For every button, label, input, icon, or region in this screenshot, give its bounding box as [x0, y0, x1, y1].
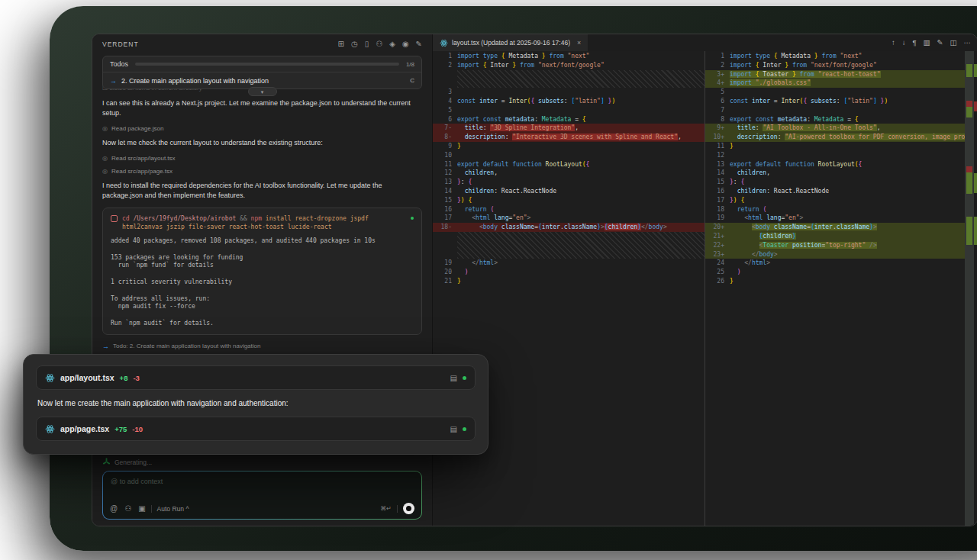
- tool-call-row[interactable]: ◎Read package.json: [102, 125, 422, 132]
- code-line[interactable]: 21}: [433, 277, 705, 286]
- code-line[interactable]: 7: [705, 106, 977, 115]
- overview-ruler[interactable]: [965, 51, 974, 526]
- assistant-header-icons: ⊞◷▯⚇◈◉✎: [338, 40, 422, 48]
- read-tool-icon: ◎: [102, 155, 108, 162]
- todos-progress-bar: [135, 63, 399, 66]
- code-line[interactable]: 22+ <Toaster position="top-right" />: [705, 241, 977, 250]
- tool-call-row[interactable]: ◎Read src/app/layout.tsx: [102, 155, 422, 162]
- code-line[interactable]: 18 return (: [705, 205, 977, 214]
- code-line[interactable]: 14 children: React.ReactNode: [433, 187, 705, 196]
- current-todo-label: 2. Create main application layout with n…: [121, 77, 405, 85]
- todo-reference-row[interactable]: →Todo: 2. Create main application layout…: [102, 343, 422, 350]
- open-file-icon[interactable]: ▤: [450, 374, 457, 382]
- code-line[interactable]: 13}: {: [433, 178, 705, 187]
- stop-button[interactable]: [403, 503, 414, 514]
- composer: Generating... @ to add context @⚇▣ Auto …: [102, 458, 422, 520]
- stop-icon: [406, 506, 411, 511]
- code-line[interactable]: 2import { Inter } from "next/font/google…: [433, 61, 705, 70]
- code-line[interactable]: 8export const metadata: Metadata = {: [705, 115, 977, 124]
- code-line[interactable]: 17 <html lang="en">: [433, 214, 705, 223]
- code-line[interactable]: 14 children,: [705, 169, 977, 178]
- open-preview-icon[interactable]: ▥: [924, 39, 930, 47]
- diff-modified-pane[interactable]: 1import type { Metadata } from "next"2im…: [705, 51, 977, 526]
- code-line[interactable]: 11}: [705, 142, 977, 151]
- toggle-whitespace-icon[interactable]: ¶: [912, 39, 916, 47]
- code-line[interactable]: 6export const metadata: Metadata = {: [433, 115, 705, 124]
- robot-icon[interactable]: ⚇: [376, 40, 382, 48]
- code-line[interactable]: 16 children: React.ReactNode: [705, 187, 977, 196]
- terminal-icon: [111, 215, 118, 222]
- next-change-icon[interactable]: ↓: [902, 39, 906, 47]
- line-number: 6: [433, 115, 457, 124]
- layers-icon[interactable]: ◈: [389, 40, 395, 48]
- file-chip-layout[interactable]: app/layout.tsx +8 -3 ▤: [36, 365, 476, 390]
- code-line[interactable]: 1import type { Metadata } from "next": [433, 52, 705, 61]
- line-number: 12: [705, 151, 730, 160]
- panel-layout-icon[interactable]: ▯: [365, 40, 369, 48]
- split-editor-icon[interactable]: ◫: [950, 39, 957, 47]
- diff-added-mark: [966, 64, 972, 77]
- code-line[interactable]: 26}: [705, 277, 977, 286]
- code-line[interactable]: 24 </html>: [705, 259, 977, 268]
- code-line[interactable]: 13export default function RootLayout({: [705, 160, 977, 169]
- code-line[interactable]: 21+ {children}: [705, 232, 977, 241]
- chat-input[interactable]: @ to add context @⚇▣ Auto Run ^ ⌘↵: [103, 471, 421, 519]
- code-line[interactable]: 3+import { Toaster } from "react-hot-toa…: [705, 70, 977, 79]
- code-line[interactable]: 5: [433, 106, 705, 115]
- line-number: 26: [705, 277, 730, 286]
- composer-controls: @⚇▣ Auto Run ^ ⌘↵: [110, 503, 414, 514]
- code-line[interactable]: 15}) {: [433, 196, 705, 205]
- code-line[interactable]: 1import type { Metadata } from "next": [705, 52, 977, 61]
- account-icon[interactable]: ◉: [402, 40, 409, 48]
- robot-icon[interactable]: ⚇: [124, 505, 131, 513]
- edit-icon[interactable]: ✎: [937, 39, 943, 47]
- lines-removed: -3: [133, 374, 139, 382]
- terminal-block[interactable]: cd /Users/19fyd/Desktop/airobot && npm i…: [102, 208, 422, 335]
- auto-run-selector[interactable]: Auto Run ^: [157, 505, 189, 513]
- code-line[interactable]: 8- description: "Interactive 3D scenes w…: [433, 133, 705, 142]
- code-line[interactable]: 19 <html lang="en">: [705, 214, 977, 223]
- code-line[interactable]: 10: [433, 151, 705, 160]
- mention-icon[interactable]: @: [110, 505, 118, 513]
- code-line[interactable]: 11export default function RootLayout({: [433, 160, 705, 169]
- code-line[interactable]: 9+ title: "AI Toolbox - All-in-One Tools…: [705, 124, 977, 133]
- file-chip-page[interactable]: app/page.tsx +75 -10 ▤: [36, 417, 476, 441]
- line-number: 9+: [705, 124, 730, 133]
- feedback-icon[interactable]: ✎: [416, 40, 422, 48]
- code-line[interactable]: 16 return (: [433, 205, 705, 214]
- code-line[interactable]: 12: [705, 151, 977, 160]
- code-line[interactable]: 25 ): [705, 268, 977, 277]
- code-line[interactable]: 23+ </body>: [705, 250, 977, 259]
- previous-change-icon[interactable]: ↑: [892, 39, 895, 47]
- code-line[interactable]: 17}) {: [705, 196, 977, 205]
- more-actions-icon[interactable]: ⋯: [964, 39, 972, 47]
- current-todo-row[interactable]: → 2. Create main application layout with…: [103, 72, 421, 89]
- code-line[interactable]: 7- title: "3D Spline Integration",: [433, 124, 705, 133]
- code-line[interactable]: 12 children,: [433, 169, 705, 178]
- code-line[interactable]: 20 ): [433, 268, 705, 277]
- code-line[interactable]: 5: [705, 88, 977, 97]
- code-line[interactable]: 2import { Inter } from "next/font/google…: [705, 61, 977, 70]
- code-line[interactable]: 18- <body className={inter.className}>{c…: [433, 223, 705, 232]
- code-line[interactable]: 20+ <body className={inter.className}>: [705, 223, 977, 232]
- code-line[interactable]: 3: [433, 88, 705, 97]
- collapse-pill-button[interactable]: ▾: [248, 87, 277, 96]
- open-file-icon[interactable]: ▤: [450, 425, 457, 433]
- tool-call-row[interactable]: ◎Read src/app/page.tsx: [102, 168, 422, 175]
- code-line[interactable]: 6const inter = Inter({ subsets: ["latin"…: [705, 97, 977, 106]
- assistant-header: VERDENT ⊞◷▯⚇◈◉✎: [92, 34, 432, 54]
- code-line[interactable]: 10+ description: "AI-powered toolbox for…: [705, 133, 977, 142]
- code-line[interactable]: 15}: {: [705, 178, 977, 187]
- code-line[interactable]: 19 </html>: [433, 259, 705, 268]
- close-icon[interactable]: ×: [577, 39, 581, 47]
- code-line[interactable]: 4+import "./globals.css": [705, 79, 977, 88]
- code-line[interactable]: 9}: [433, 142, 705, 151]
- new-chat-icon[interactable]: ⊞: [338, 40, 344, 48]
- attach-image-icon[interactable]: ▣: [138, 505, 145, 513]
- editor-tab[interactable]: layout.tsx (Updated at 2025-09-16 17:46)…: [433, 34, 588, 51]
- react-icon: [45, 424, 55, 434]
- history-icon[interactable]: ◷: [351, 40, 358, 48]
- code-line[interactable]: 4const inter = Inter({ subsets: ["latin"…: [433, 97, 705, 106]
- line-number: 20+: [705, 223, 730, 232]
- generating-row: Generating...: [102, 458, 422, 466]
